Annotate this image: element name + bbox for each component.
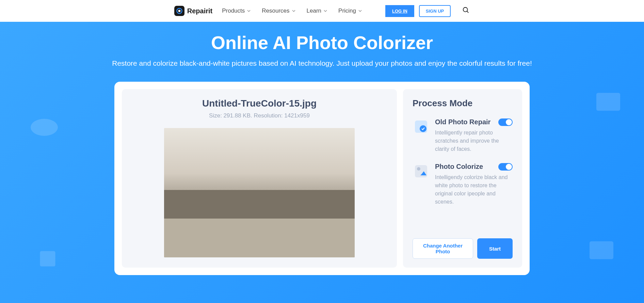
nav-learn[interactable]: Learn: [307, 7, 327, 14]
change-photo-button[interactable]: Change Another Photo: [413, 238, 473, 259]
process-panel: Process Mode Old Photo Repair Intelligen…: [403, 89, 522, 268]
mode-repair-label: Old Photo Repair: [435, 118, 490, 126]
process-title: Process Mode: [413, 98, 513, 109]
start-button[interactable]: Start: [477, 238, 513, 259]
mode-colorize-label: Photo Colorize: [435, 163, 483, 171]
header: Repairit Products Resources Learn Pricin…: [0, 0, 644, 22]
page-subtitle: Restore and colorize black-and-white pic…: [7, 59, 637, 67]
nav-resources[interactable]: Resources: [262, 7, 295, 14]
hero: Online AI Photo Colorizer Restore and co…: [0, 22, 644, 303]
preview-panel: Untitled-TrueColor-15.jpg Size: 291.88 K…: [122, 89, 397, 268]
nav-learn-label: Learn: [307, 7, 321, 14]
mode-colorize-desc: Intelligendy colorize black and white ph…: [435, 173, 513, 206]
panel-actions: Change Another Photo Start: [413, 238, 513, 259]
preview-image: [164, 128, 355, 257]
filename: Untitled-TrueColor-15.jpg: [202, 98, 317, 109]
mode-colorize-content: Photo Colorize Intelligendy colorize bla…: [435, 163, 513, 206]
login-button[interactable]: LOG IN: [385, 5, 414, 17]
chevron-down-icon: [292, 9, 296, 13]
repair-toggle[interactable]: [498, 118, 513, 126]
nav-products[interactable]: Products: [222, 7, 251, 14]
svg-point-9: [420, 125, 426, 132]
svg-point-11: [417, 167, 420, 171]
mode-repair-content: Old Photo Repair Intelligently repair ph…: [435, 118, 513, 153]
mode-repair-desc: Intelligently repair photo scratches and…: [435, 129, 513, 153]
nav: Products Resources Learn Pricing: [222, 7, 362, 14]
chevron-down-icon: [358, 9, 362, 13]
nav-products-label: Products: [222, 7, 245, 14]
mode-colorize-header: Photo Colorize: [435, 163, 513, 171]
chevron-down-icon: [247, 9, 251, 13]
svg-point-2: [463, 7, 468, 12]
svg-point-1: [178, 10, 180, 12]
signup-button[interactable]: SIGN UP: [419, 5, 451, 17]
colorize-icon: [413, 163, 430, 180]
svg-line-3: [467, 11, 469, 13]
auth-buttons: LOG IN SIGN UP: [385, 5, 470, 17]
bg-file-icon: [34, 249, 61, 269]
nav-pricing[interactable]: Pricing: [338, 7, 362, 14]
nav-resources-label: Resources: [262, 7, 289, 14]
mode-colorize: Photo Colorize Intelligendy colorize bla…: [413, 163, 513, 206]
repair-icon: [413, 118, 430, 135]
colorize-toggle[interactable]: [498, 163, 513, 171]
page-title: Online AI Photo Colorizer: [7, 32, 637, 53]
svg-rect-10: [415, 165, 427, 177]
logo[interactable]: Repairit: [174, 6, 212, 16]
header-inner: Repairit Products Resources Learn Pricin…: [84, 5, 560, 17]
bg-image-icon: [586, 238, 617, 262]
chevron-down-icon: [323, 9, 327, 13]
svg-rect-6: [40, 251, 55, 267]
nav-pricing-label: Pricing: [338, 7, 356, 14]
logo-icon: [174, 6, 184, 16]
svg-rect-5: [596, 93, 620, 111]
file-info: Size: 291.88 KB. Resolution: 1421x959: [209, 112, 310, 119]
bg-cloud-icon: [27, 110, 61, 138]
mode-repair-header: Old Photo Repair: [435, 118, 513, 126]
svg-point-4: [31, 119, 58, 136]
mode-repair: Old Photo Repair Intelligently repair ph…: [413, 118, 513, 153]
main-card: Untitled-TrueColor-15.jpg Size: 291.88 K…: [114, 82, 530, 275]
search-icon[interactable]: [462, 6, 470, 15]
bg-image-icon: [593, 90, 624, 114]
svg-rect-7: [590, 241, 613, 259]
brand-text: Repairit: [187, 7, 212, 15]
